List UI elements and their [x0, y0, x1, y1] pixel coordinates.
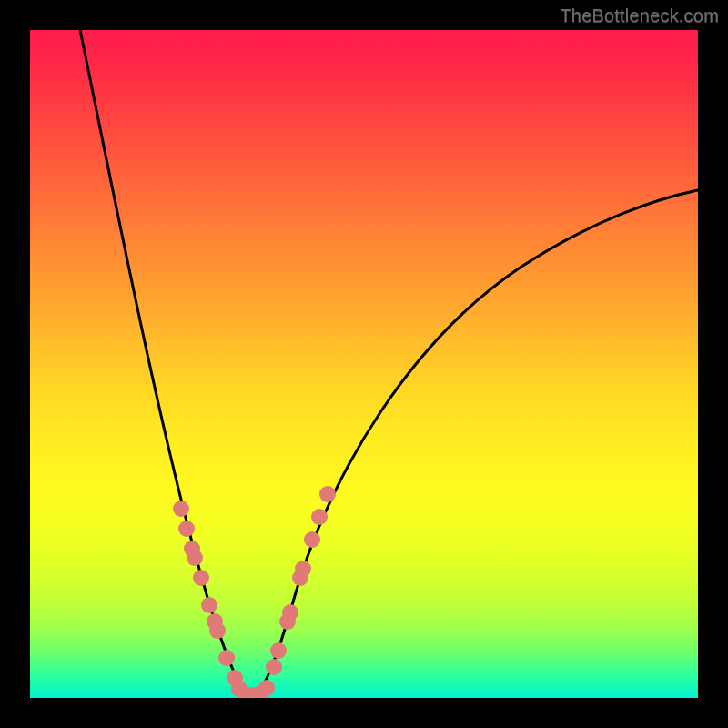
curve-marker: [304, 531, 320, 548]
curve-markers: [173, 486, 336, 698]
curve-marker: [209, 622, 226, 639]
curve-layer: [30, 30, 698, 698]
curve-marker: [178, 521, 195, 537]
curve-marker: [311, 509, 328, 525]
curve-marker: [258, 680, 275, 696]
bottleneck-curve: [80, 30, 698, 694]
curve-marker: [282, 604, 298, 621]
curve-marker: [201, 597, 217, 613]
curve-marker: [187, 550, 203, 566]
curve-marker: [173, 500, 189, 517]
curve-marker: [319, 486, 336, 502]
plot-area: [30, 30, 698, 698]
watermark-text: TheBottleneck.com: [560, 5, 719, 26]
chart-frame: TheBottleneck.com: [0, 0, 728, 728]
curve-marker: [270, 642, 287, 659]
curve-marker: [193, 570, 209, 586]
curve-marker: [266, 659, 282, 675]
curve-marker: [218, 650, 235, 666]
curve-marker: [295, 561, 311, 577]
